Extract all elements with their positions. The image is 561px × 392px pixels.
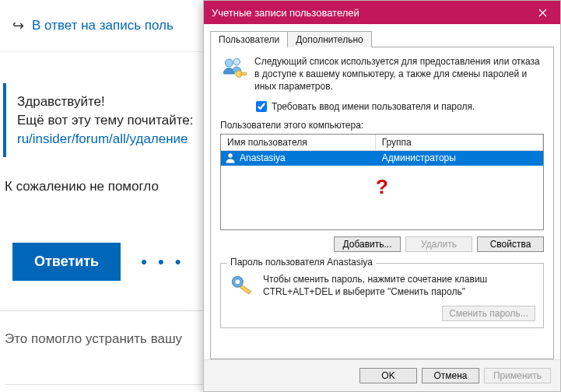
reply-arrow-icon: ↪ (12, 17, 24, 34)
column-username[interactable]: Имя пользователя (221, 135, 376, 150)
ok-button[interactable]: OK (359, 368, 417, 383)
svg-point-1 (233, 58, 240, 65)
user-group-cell: Администраторы (376, 152, 543, 163)
thread-link[interactable]: ru/insider/forum/all/удаление (17, 131, 188, 146)
require-login-checkbox[interactable] (256, 101, 267, 112)
require-login-checkbox-row[interactable]: Требовать ввод имени пользователя и паро… (256, 101, 544, 112)
tab-advanced[interactable]: Дополнительно (287, 31, 371, 47)
user-icon (224, 152, 237, 164)
add-user-button[interactable]: Добавить... (334, 236, 401, 252)
tab-users[interactable]: Пользователи (210, 31, 288, 47)
intro-row: Следующий список используется для предос… (220, 55, 544, 93)
dialog-title: Учетные записи пользователей (212, 7, 359, 19)
users-list-label: Пользователи этого компьютера: (220, 120, 544, 131)
user-accounts-dialog: Учетные записи пользователей Пользовател… (203, 0, 561, 392)
password-groupbox: Пароль пользователя Anastasiya Чтобы сме… (220, 263, 544, 328)
more-actions-button[interactable]: • • • (141, 252, 184, 272)
require-login-label: Требовать ввод имени пользователя и паро… (272, 101, 475, 112)
intro-text: Следующий список используется для предос… (254, 55, 544, 93)
users-key-icon (220, 55, 247, 82)
change-password-button: Сменить пароль... (442, 306, 535, 321)
properties-button[interactable]: Свойства (477, 236, 544, 252)
svg-point-0 (225, 59, 233, 67)
listview-header[interactable]: Имя пользователя Группа (221, 135, 543, 151)
dialog-titlebar[interactable]: Учетные записи пользователей (204, 1, 560, 24)
svg-rect-3 (241, 73, 246, 75)
users-listview[interactable]: Имя пользователя Группа Anastasiya Админ… (220, 134, 544, 230)
password-instructions: Чтобы сменить пароль, нажмите сочетание … (263, 273, 535, 298)
tab-strip: Пользователи Дополнительно (204, 24, 560, 47)
tab-panel: Следующий список используется для предос… (210, 47, 554, 359)
svg-point-6 (236, 279, 240, 284)
key-icon (229, 273, 255, 299)
cancel-button[interactable]: Отмена (422, 368, 479, 383)
close-button[interactable] (524, 1, 560, 24)
dialog-footer: OK Отмена Применить (204, 359, 560, 391)
remove-user-button: Удалить (405, 236, 472, 252)
user-row[interactable]: Anastasiya Администраторы (221, 151, 543, 166)
annotation-question-mark: ? (376, 175, 388, 199)
groupbox-legend: Пароль пользователя Anastasiya (227, 257, 376, 268)
apply-button: Применить (484, 368, 551, 383)
user-name-cell: Anastasiya (240, 152, 286, 163)
close-icon (538, 9, 547, 17)
list-buttons: Добавить... Удалить Свойства (220, 236, 544, 252)
svg-point-4 (228, 153, 233, 158)
reply-to-link[interactable]: В ответ на запись поль (32, 18, 174, 33)
svg-rect-7 (240, 285, 251, 294)
column-group[interactable]: Группа (376, 135, 543, 150)
reply-button[interactable]: Ответить (12, 243, 121, 281)
